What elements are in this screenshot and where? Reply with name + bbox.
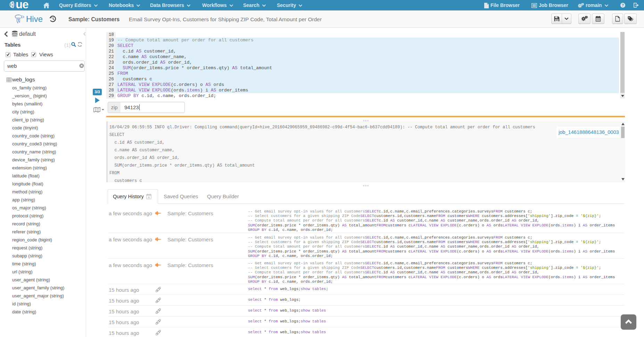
- svg-text:ue: ue: [16, 0, 28, 10]
- svg-text:?: ?: [622, 3, 624, 7]
